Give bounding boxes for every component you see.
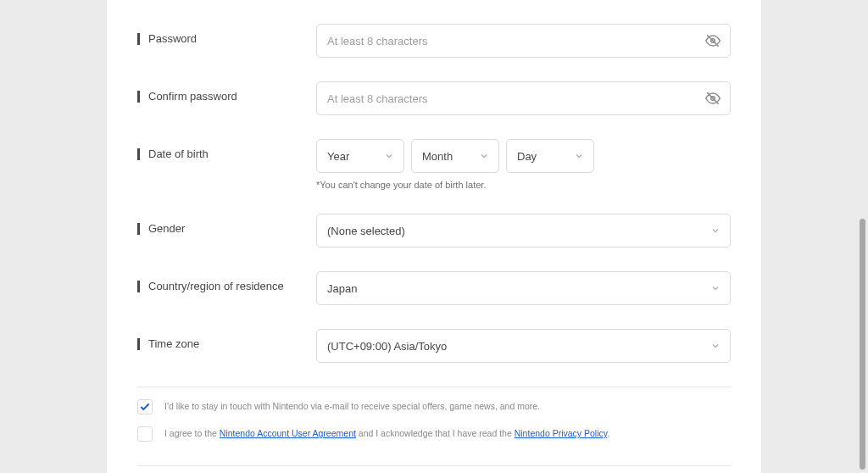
timezone-label: Time zone bbox=[148, 337, 199, 350]
timezone-select[interactable]: (UTC+09:00) Asia/Tokyo bbox=[316, 329, 731, 363]
field-row-country: Country/region of residence Japan bbox=[137, 248, 731, 305]
user-agreement-link[interactable]: Nintendo Account User Agreement bbox=[220, 428, 356, 438]
gender-select-wrap: (None selected) bbox=[316, 214, 731, 248]
year-select[interactable]: Year bbox=[316, 139, 404, 173]
checkbox-row-agreement: I agree to the Nintendo Account User Agr… bbox=[137, 415, 731, 442]
label-bar-icon bbox=[137, 33, 140, 45]
label-bar-icon bbox=[137, 223, 140, 235]
newsletter-text: I'd like to stay in touch with Nintendo … bbox=[164, 400, 540, 414]
day-select[interactable]: Day bbox=[506, 139, 594, 173]
field-row-timezone: Time zone (UTC+09:00) Asia/Tokyo bbox=[137, 305, 731, 363]
registration-form-card: Password Confirm password bbox=[107, 0, 761, 473]
confirm-password-input-wrap bbox=[316, 81, 731, 115]
input-col bbox=[316, 24, 731, 58]
label-col: Date of birth bbox=[137, 139, 316, 160]
agreement-prefix: I agree to the bbox=[164, 428, 220, 438]
password-input[interactable] bbox=[316, 24, 731, 58]
input-col: (None selected) bbox=[316, 214, 731, 248]
confirm-password-input[interactable] bbox=[316, 81, 731, 115]
field-row-password: Password bbox=[137, 0, 731, 58]
label-col: Password bbox=[137, 24, 316, 45]
dob-label: Date of birth bbox=[148, 147, 209, 160]
eye-off-icon[interactable] bbox=[705, 33, 721, 48]
timezone-select-wrap: (UTC+09:00) Asia/Tokyo bbox=[316, 329, 731, 363]
year-select-wrap: Year bbox=[316, 139, 404, 173]
confirm-password-label: Confirm password bbox=[148, 90, 237, 103]
input-col: Year Month Day *You can't change your da… bbox=[316, 139, 731, 190]
month-select[interactable]: Month bbox=[411, 139, 499, 173]
dob-select-row: Year Month Day bbox=[316, 139, 731, 173]
label-col: Time zone bbox=[137, 329, 316, 350]
country-label: Country/region of residence bbox=[148, 280, 284, 292]
field-row-confirm-password: Confirm password bbox=[137, 58, 731, 115]
newsletter-checkbox[interactable] bbox=[137, 399, 153, 415]
input-col bbox=[316, 81, 731, 115]
gender-label: Gender bbox=[148, 222, 185, 235]
label-bar-icon bbox=[137, 281, 140, 292]
label-bar-icon bbox=[137, 148, 140, 160]
country-select-wrap: Japan bbox=[316, 271, 731, 305]
month-select-wrap: Month bbox=[411, 139, 499, 173]
password-input-wrap bbox=[316, 24, 731, 58]
agreement-text: I agree to the Nintendo Account User Agr… bbox=[164, 427, 609, 441]
agreement-checkbox[interactable] bbox=[137, 426, 153, 442]
privacy-policy-link[interactable]: Nintendo Privacy Policy bbox=[515, 428, 608, 438]
checkbox-row-newsletter: I'd like to stay in touch with Nintendo … bbox=[137, 387, 731, 415]
country-select[interactable]: Japan bbox=[316, 271, 731, 305]
dob-hint: *You can't change your date of birth lat… bbox=[316, 180, 731, 190]
submit-wrap: Submit bbox=[137, 466, 731, 473]
password-label: Password bbox=[148, 32, 197, 45]
check-icon bbox=[139, 401, 151, 413]
day-select-wrap: Day bbox=[506, 139, 594, 173]
input-col: Japan bbox=[316, 271, 731, 305]
agreement-suffix: . bbox=[607, 428, 609, 438]
label-col: Confirm password bbox=[137, 81, 316, 103]
input-col: (UTC+09:00) Asia/Tokyo bbox=[316, 329, 731, 363]
scrollbar-thumb[interactable] bbox=[860, 219, 865, 470]
eye-off-icon[interactable] bbox=[705, 91, 721, 106]
label-bar-icon bbox=[137, 338, 140, 350]
label-col: Gender bbox=[137, 214, 316, 235]
field-row-dob: Date of birth Year Month Day *You can't … bbox=[137, 115, 731, 190]
gender-select[interactable]: (None selected) bbox=[316, 214, 731, 248]
field-row-gender: Gender (None selected) bbox=[137, 190, 731, 248]
agreement-mid: and I acknowledge that I have read the bbox=[356, 428, 515, 438]
label-bar-icon bbox=[137, 91, 140, 103]
label-col: Country/region of residence bbox=[137, 271, 316, 292]
